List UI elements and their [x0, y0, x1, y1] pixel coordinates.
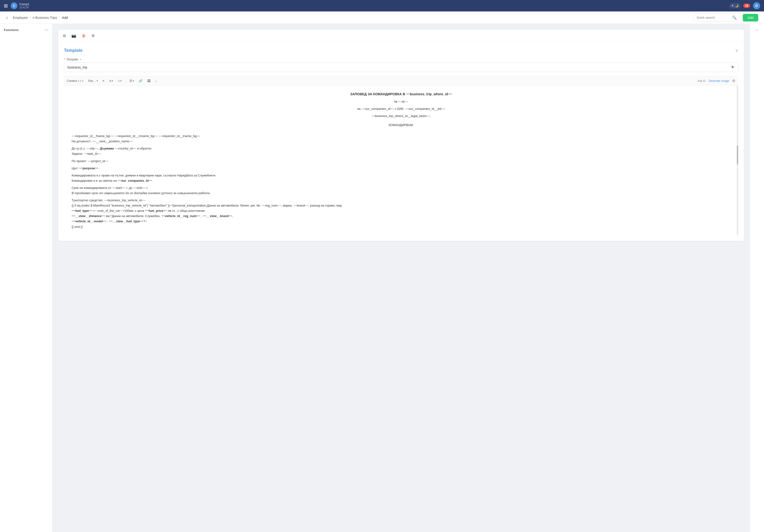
editor-requestor-line: ~~requestor_id__fname_bg~~ ~~requestor_i…	[72, 133, 731, 139]
font-chevron-icon: ▾	[112, 80, 113, 82]
editor-company-line: на ~~our_companies_id~~ с ЕИК: ~~our_com…	[72, 106, 731, 111]
right-panel: —	[750, 24, 764, 532]
editor-if-line: {{ if eq (index $.MainRecord "business_t…	[72, 203, 731, 208]
paragraph-btn[interactable]: Par… ▾	[86, 78, 99, 84]
generate-image-btn[interactable]: Generate Image	[708, 79, 729, 83]
right-panel-collapse-icon[interactable]: —	[755, 28, 759, 532]
search-box[interactable]: 🔍	[693, 14, 740, 22]
ask-ai-btn[interactable]: Ask AI	[697, 79, 705, 83]
sidebar-collapse-icon[interactable]: —	[45, 28, 49, 32]
editor-id-line: № ~~id~~	[72, 99, 731, 104]
breadcrumb: ⌂ › Employee › ≡Business Trips › Add	[6, 16, 68, 20]
link-btn[interactable]: 🔗	[137, 78, 144, 84]
template-name-input[interactable]	[64, 63, 727, 72]
scroll-thumb[interactable]	[737, 145, 738, 164]
editor-vehicle-line: Тρнспортно средство: ~~business_trip_veh…	[72, 198, 731, 203]
breadcrumb-sep-0: ›	[10, 16, 11, 19]
editor-task-line: Задача: ~~task_id~~	[72, 151, 731, 156]
logo-circle: C	[11, 2, 17, 9]
editor-period-line: Срок на командировката от ~~start~~ г. д…	[72, 185, 731, 191]
editor-city-line: До гр.(с.): ~~city~~, Държава ~~country_…	[72, 146, 731, 151]
editor-distance-line: ~~__view__distance~~ км.^Данни на автомо…	[72, 214, 731, 219]
navbar-left: ⊞ C Comp1 13:41:30	[4, 2, 29, 9]
template-card: ⧉ 📷 🗑 ⚙ Template ∨ * Template +	[58, 30, 744, 241]
template-header: Template ∨	[64, 48, 738, 53]
main-layout: Functions — ⧉ 📷 🗑 ⚙ Template ∨	[0, 24, 764, 532]
logo-initial: C	[13, 4, 15, 8]
breadcrumb-right: 🔍 Add	[693, 14, 758, 22]
field-required-star: *	[64, 58, 65, 61]
editor-report-line: В тридневен срок от завръщането да се до…	[72, 191, 731, 196]
sidebar: Functions —	[0, 24, 53, 532]
sidebar-header: Functions —	[0, 28, 52, 35]
align-btn[interactable]: ≡	[101, 78, 106, 84]
delete-icon[interactable]: 🗑	[81, 33, 87, 39]
grid-icon[interactable]: ⊞	[4, 3, 8, 9]
breadcrumb-bar: ⌂ › Employee › ≡Business Trips › Add 🔍 A…	[0, 11, 764, 24]
editor-project-line: По проект: ~~project_id~~	[72, 159, 731, 164]
editor-settings-icon[interactable]: ⚙	[732, 79, 735, 83]
editor-legal-line: ~~business_trip_where_id__legal_basis~~,	[72, 113, 731, 119]
list-btn[interactable]: ☰ ▾	[127, 78, 136, 84]
list-chevron-icon: ▾	[133, 80, 134, 82]
highlight-btn[interactable]: A ▾	[116, 78, 123, 84]
editor-position-line: На длъжност: ~~__view__position_name~~	[72, 139, 731, 144]
content-toolbar: Content < / > Par… ▾ ≡ A ▾ A ▾	[64, 76, 738, 86]
breadcrumb-business-trips[interactable]: ≡Business Trips	[33, 16, 57, 20]
field-add-btn[interactable]: +	[80, 58, 81, 61]
search-icon[interactable]: 🔍	[732, 15, 737, 20]
sidebar-functions-label: Functions	[4, 28, 19, 32]
light-icon: ☀	[731, 4, 734, 7]
breadcrumb-sep-1: ›	[30, 16, 31, 19]
arrow-btn[interactable]: ↓	[153, 78, 159, 84]
logo-subtitle: 13:41:30	[19, 6, 29, 9]
paragraph-chevron-icon: ▾	[97, 80, 98, 82]
settings-icon[interactable]: ⚙	[91, 33, 96, 39]
logo-title: Comp1	[19, 2, 29, 6]
field-label: * Template +	[64, 58, 738, 61]
field-input-row: 👁	[64, 63, 738, 72]
navbar-right: ☀ 🌙 19 D	[729, 2, 760, 9]
content-label: Content < / >	[67, 79, 83, 83]
highlight-chevron-icon: ▾	[120, 80, 121, 82]
camera-icon[interactable]: 📷	[71, 33, 77, 39]
editor-commanding-line: КОМАНДИРВАМ:	[72, 122, 731, 128]
field-label-text: Template	[67, 58, 78, 61]
scrollbar[interactable]	[737, 86, 738, 235]
editor-end-line: {{ end }}	[72, 224, 731, 230]
breadcrumb-sep-2: ›	[59, 16, 60, 19]
add-button[interactable]: Add	[743, 14, 758, 22]
theme-toggle[interactable]: ☀ 🌙	[729, 3, 740, 8]
template-field-row: * Template + 👁	[64, 58, 738, 72]
font-color-btn[interactable]: A ▾	[107, 78, 115, 84]
editor-area[interactable]: ЗАПОВЕД ЗА КОМАНДИРОВКА В ~~business_tri…	[64, 86, 738, 235]
image-btn[interactable]: 🖼	[145, 78, 152, 84]
template-title: Template	[64, 48, 83, 53]
editor-rights-line1: Командировката е с право на пътни, дневн…	[72, 173, 731, 178]
editor-model-line: ~~vehicle_id__model~~ , ~~__view__fuel_t…	[72, 219, 731, 224]
toolbar-row: ⧉ 📷 🗑 ⚙	[58, 30, 744, 42]
notification-badge[interactable]: 19	[743, 4, 750, 8]
breadcrumb-home[interactable]: ⌂	[6, 16, 8, 20]
template-section: Template ∨ * Template + 👁	[58, 42, 744, 241]
content-toolbar-left: Content < / > Par… ▾ ≡ A ▾ A ▾	[67, 78, 158, 84]
logo-text-block: Comp1 13:41:30	[19, 2, 29, 9]
template-collapse-btn[interactable]: ∨	[735, 48, 738, 53]
user-avatar[interactable]: D	[753, 2, 760, 9]
navbar: ⊞ C Comp1 13:41:30 ☀ 🌙 19 D	[0, 0, 764, 11]
eye-icon[interactable]: 👁	[727, 63, 738, 72]
editor-purpose-line: Цел: ~~purpose~~	[72, 166, 731, 171]
editor-heading-line: ЗАПОВЕД ЗА КОМАНДИРОВКА В ~~business_tri…	[72, 91, 731, 97]
breadcrumb-employee[interactable]: Employee	[13, 16, 28, 20]
editor-rights-line2: Командировки и е за сметка на ~~our_comp…	[72, 178, 731, 183]
nav-logo: C Comp1 13:41:30	[11, 2, 29, 9]
breadcrumb-add: Add	[62, 16, 68, 20]
search-input[interactable]	[697, 16, 730, 19]
content-toolbar-right: Ask AI Generate Image ⚙	[697, 79, 735, 83]
editor-fuel-line: ~~fuel_type~~ /~~cost_of_the_car~~/100км…	[72, 208, 731, 214]
content-area: ⧉ 📷 🗑 ⚙ Template ∨ * Template +	[53, 24, 750, 532]
dark-icon: 🌙	[735, 4, 738, 7]
copy-icon[interactable]: ⧉	[62, 33, 67, 39]
